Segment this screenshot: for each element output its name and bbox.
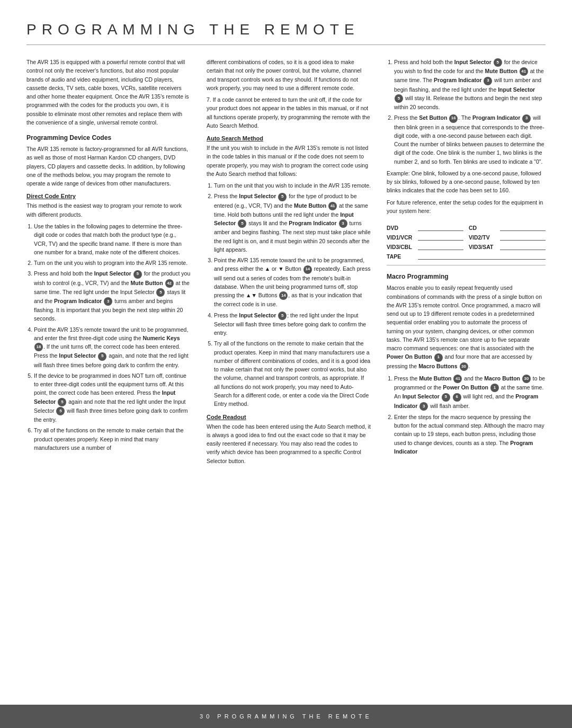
badge-r-3: 3 [484, 77, 492, 85]
example-text: Example: One blink, followed by a one-se… [387, 169, 546, 195]
badge-m-6: 6 [453, 393, 461, 402]
badge-r-5b: 5 [395, 94, 403, 103]
code-dvd-label: DVD [387, 225, 416, 231]
code-dvd: DVD [387, 225, 463, 231]
step-1: Use the tables in the following pages to… [34, 222, 191, 256]
badge-18: 18 [34, 343, 43, 351]
main-columns: The AVR 135 is equipped with a powerful … [26, 58, 546, 468]
right-step-1: Press and hold both the Input Selector 5… [394, 58, 546, 111]
badge-m-30b: 30 [522, 375, 531, 383]
code-vid2tv-blank [500, 234, 546, 241]
code-cd-label: CD [469, 225, 498, 231]
code-vid2tv: VID2/TV [469, 234, 546, 241]
badge-m-3: 3 [419, 402, 428, 411]
badge-5e: 5 [56, 407, 65, 415]
code-vid1vcr-blank [418, 234, 463, 241]
footer-bar: 30 PROGRAMMING THE REMOTE [0, 705, 572, 728]
badge-r-3b: 3 [522, 114, 531, 123]
macro-programming-heading: Macro Programming [387, 273, 546, 280]
auto-step-2: Press the Input Selector 5 for the type … [214, 192, 371, 254]
auto-search-intro: If the unit you wish to include in the A… [207, 144, 371, 178]
direct-code-steps: Use the tables in the following pages to… [26, 222, 191, 452]
intro-text: The AVR 135 is equipped with a powerful … [26, 58, 191, 127]
auto-step-5: Try all of the functions on the remote t… [214, 339, 371, 408]
code-dvd-blank [418, 225, 463, 231]
badge-as-5c: 5 [278, 312, 287, 320]
right-step-2: Press the Set Button 16. The Program Ind… [394, 113, 546, 166]
badge-5: 5 [133, 270, 142, 279]
badge-m-1: 1 [434, 353, 443, 362]
code-vid1vcr: VID1/VCR [387, 234, 463, 241]
macro-step-1: Press the Mute Button 41 and the Macro B… [394, 374, 546, 411]
step-3: Press and hold both the Input Selector 5… [34, 269, 191, 323]
auto-search-steps: Turn on the unit that you wish to includ… [207, 181, 371, 408]
note-7: 7. If a code cannot be entered to turn t… [207, 95, 371, 130]
code-vid2tv-label: VID2/TV [469, 234, 498, 241]
programming-device-codes-heading: Programming Device Codes [26, 134, 191, 141]
setup-codes-intro: For future reference, enter the setup co… [387, 198, 546, 216]
macro-steps: Press the Mute Button 41 and the Macro B… [387, 374, 546, 456]
auto-step-3: Point the AVR 135 remote toward the unit… [214, 256, 371, 309]
badge-r-41: 41 [520, 67, 528, 76]
auto-step-4: Press the Input Selector 5; the red ligh… [214, 311, 371, 338]
badge-3: 3 [104, 297, 112, 306]
page-container: PROGRAMMING THE REMOTE The AVR 135 is eq… [0, 0, 572, 500]
setup-codes-section: DVD CD VID1/VCR VID2/TV [387, 225, 546, 260]
badge-as-5b: 5 [238, 219, 246, 228]
badge-r-16: 16 [449, 114, 458, 123]
auto-step-1: Turn on the unit that you wish to includ… [214, 181, 371, 190]
badge-as-5: 5 [278, 193, 287, 201]
code-tape-label: TAPE [387, 253, 416, 260]
badge-as-14: 14 [303, 265, 312, 274]
codes-grid: DVD CD VID1/VCR VID2/TV [387, 225, 546, 260]
badge-5c: 5 [98, 352, 106, 361]
code-cd: CD [469, 225, 546, 231]
macro-step-2: Enter the steps for the macro sequence b… [394, 413, 546, 456]
step-5: If the device to be programmed in does N… [34, 371, 191, 424]
middle-column: different combinations of codes, so it i… [207, 58, 371, 468]
auto-search-heading: Auto Search Method [207, 135, 371, 141]
macro-intro: Macros enable you to easily repeat frequ… [387, 283, 546, 371]
code-readout-text: When the code has been entered using the… [207, 422, 371, 465]
code-cd-blank [500, 225, 546, 231]
badge-as-41: 41 [328, 202, 337, 210]
badge-5b: 5 [156, 288, 165, 297]
right-column: Press and hold both the Input Selector 5… [387, 58, 546, 468]
direct-code-entry-heading: Direct Code Entry [26, 193, 191, 199]
badge-as-14b: 14 [279, 291, 288, 300]
step-6: Try all of the functions on the remote t… [34, 426, 191, 452]
badge-m-41: 41 [453, 375, 462, 383]
code-tape-blank [418, 253, 546, 260]
right-steps: Press and hold both the Input Selector 5… [387, 58, 546, 166]
left-column: The AVR 135 is equipped with a powerful … [26, 58, 191, 468]
code-tape: TAPE [387, 253, 546, 260]
footer-text: 30 PROGRAMMING THE REMOTE [200, 713, 372, 720]
code-vid1vcr-label: VID1/VCR [387, 234, 416, 241]
code-readout-heading: Code Readout [207, 414, 371, 420]
divider [387, 265, 546, 265]
badge-r-5: 5 [494, 58, 502, 67]
code-vid3sat-blank [500, 244, 546, 250]
step-2: Turn on the unit you wish to program int… [34, 259, 191, 267]
programming-device-codes-intro: The AVR 135 remote is factory-programmed… [26, 145, 191, 188]
direct-code-entry-intro: This method is the easiest way to progra… [26, 201, 191, 219]
code-vid3sat-label: VID3/SAT [469, 244, 498, 250]
badge-42: 42 [165, 279, 174, 288]
code-vid3sat: VID3/SAT [469, 244, 546, 250]
code-vid3cbl-blank [418, 244, 463, 250]
middle-intro-cont: different combinations of codes, so it i… [207, 58, 371, 92]
code-vid3cbl-label: VID3/CBL [387, 244, 416, 250]
step-4: Point the AVR 135's remote toward the un… [34, 325, 191, 369]
code-vid3cbl: VID3/CBL [387, 244, 463, 250]
badge-5d: 5 [58, 398, 66, 406]
badge-m-1b: 1 [490, 384, 499, 392]
page-title: PROGRAMMING THE REMOTE [26, 21, 546, 45]
badge-as-3: 3 [339, 219, 347, 228]
badge-m-5: 5 [442, 393, 450, 402]
badge-m-30: 30 [460, 362, 468, 371]
